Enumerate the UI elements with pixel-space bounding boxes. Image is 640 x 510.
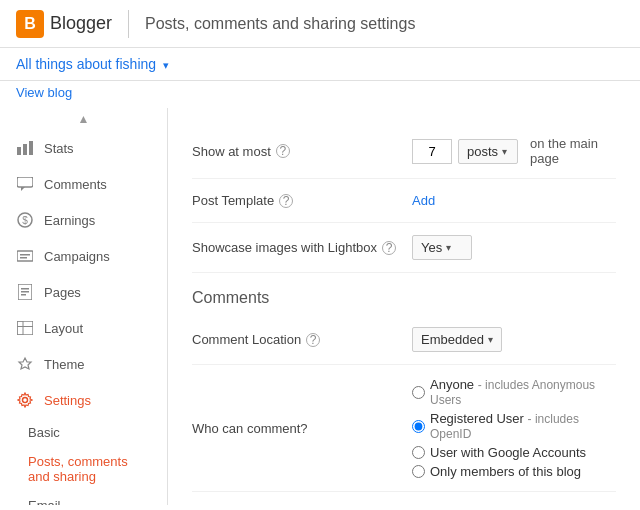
- app-header: B Blogger Posts, comments and sharing se…: [0, 0, 640, 48]
- post-template-help-icon[interactable]: ?: [279, 194, 293, 208]
- sidebar-item-layout[interactable]: Layout: [0, 310, 167, 346]
- show-at-most-help-icon[interactable]: ?: [276, 144, 290, 158]
- post-template-label: Post Template ?: [192, 193, 412, 208]
- sidebar-label-pages: Pages: [44, 285, 81, 300]
- sidebar-subitem-basic[interactable]: Basic: [0, 418, 167, 447]
- bar-chart-icon: [16, 139, 34, 157]
- svg-rect-12: [21, 294, 26, 296]
- show-at-most-label: Show at most ?: [192, 144, 412, 159]
- svg-rect-10: [21, 288, 29, 290]
- sidebar-label-settings: Settings: [44, 393, 91, 408]
- sidebar-item-stats[interactable]: Stats: [0, 130, 167, 166]
- posts-unit-dropdown[interactable]: posts ▾: [458, 139, 518, 164]
- sidebar-item-comments[interactable]: Comments: [0, 166, 167, 202]
- sidebar-label-earnings: Earnings: [44, 213, 95, 228]
- radio-item-members: Only members of this blog: [412, 464, 616, 479]
- radio-item-registered: Registered User - includes OpenID: [412, 411, 616, 441]
- blogger-logo-icon: B: [16, 10, 44, 38]
- sidebar-label-campaigns: Campaigns: [44, 249, 110, 264]
- showcase-images-row: Showcase images with Lightbox ? Yes ▾: [192, 223, 616, 273]
- post-template-row: Post Template ? Add: [192, 179, 616, 223]
- showcase-images-dropdown[interactable]: Yes ▾: [412, 235, 472, 260]
- comment-icon: [16, 175, 34, 193]
- blog-name-link[interactable]: All things about fishing ▾: [16, 56, 169, 72]
- svg-point-16: [23, 398, 28, 403]
- radio-members[interactable]: [412, 465, 425, 478]
- svg-rect-11: [21, 291, 29, 293]
- theme-icon: [16, 355, 34, 373]
- comment-location-dropdown[interactable]: Embedded ▾: [412, 327, 502, 352]
- layout-icon: [16, 319, 34, 337]
- sidebar-label-stats: Stats: [44, 141, 74, 156]
- comments-section-heading: Comments: [192, 289, 616, 307]
- gear-icon: [16, 391, 34, 409]
- sidebar-label-comments: Comments: [44, 177, 107, 192]
- sidebar-item-settings[interactable]: Settings: [0, 382, 167, 418]
- who-can-comment-radio-group: Anyone - includes Anonymous Users Regist…: [412, 377, 616, 479]
- scroll-indicator: ▲: [0, 108, 167, 130]
- radio-members-label: Only members of this blog: [430, 464, 581, 479]
- svg-rect-0: [17, 147, 21, 155]
- sidebar-subitem-email[interactable]: Email: [0, 491, 167, 505]
- showcase-images-value: Yes ▾: [412, 235, 616, 260]
- radio-always-label: Always: [430, 504, 471, 505]
- svg-rect-3: [17, 177, 33, 187]
- radio-item-anyone: Anyone - includes Anonymous Users: [412, 377, 616, 407]
- sidebar-item-earnings[interactable]: $ Earnings: [0, 202, 167, 238]
- svg-rect-6: [17, 251, 33, 261]
- showcase-images-dropdown-arrow: ▾: [446, 242, 451, 253]
- showcase-images-help-icon[interactable]: ?: [382, 241, 396, 255]
- on-main-page-text: on the main page: [530, 136, 616, 166]
- sidebar-subitem-posts-comments-sharing[interactable]: Posts, comments and sharing: [0, 447, 167, 491]
- svg-rect-8: [20, 257, 27, 259]
- svg-rect-13: [17, 321, 33, 335]
- radio-google[interactable]: [412, 446, 425, 459]
- show-at-most-input[interactable]: [412, 139, 452, 164]
- svg-rect-1: [23, 144, 27, 155]
- comment-moderation-radio-group: Always Sometimes Never: [412, 504, 495, 505]
- blog-selector: All things about fishing ▾: [0, 48, 640, 81]
- sidebar-item-theme[interactable]: Theme: [0, 346, 167, 382]
- pages-icon: [16, 283, 34, 301]
- radio-google-label: User with Google Accounts: [430, 445, 586, 460]
- sidebar-item-pages[interactable]: Pages: [0, 274, 167, 310]
- who-can-comment-label: Who can comment?: [192, 421, 412, 436]
- showcase-images-label: Showcase images with Lightbox ?: [192, 240, 412, 255]
- header-divider: [128, 10, 129, 38]
- blogger-logo-text: Blogger: [50, 13, 112, 34]
- show-at-most-row: Show at most ? posts ▾ on the main page: [192, 124, 616, 179]
- radio-anyone-label: Anyone - includes Anonymous Users: [430, 377, 616, 407]
- post-template-value: Add: [412, 193, 616, 208]
- comment-location-help-icon[interactable]: ?: [306, 333, 320, 347]
- who-can-comment-value: Anyone - includes Anonymous Users Regist…: [412, 377, 616, 479]
- blog-dropdown-arrow: ▾: [160, 59, 169, 71]
- radio-registered-label: Registered User - includes OpenID: [430, 411, 616, 441]
- sidebar-item-campaigns[interactable]: Campaigns: [0, 238, 167, 274]
- radio-registered[interactable]: [412, 420, 425, 433]
- sidebar-label-theme: Theme: [44, 357, 84, 372]
- view-blog-link[interactable]: View blog: [16, 85, 72, 100]
- radio-item-google: User with Google Accounts: [412, 445, 616, 460]
- page-title: Posts, comments and sharing settings: [145, 15, 415, 33]
- comment-location-row: Comment Location ? Embedded ▾: [192, 315, 616, 365]
- view-blog-container: View blog: [0, 81, 640, 108]
- post-template-add-link[interactable]: Add: [412, 193, 435, 208]
- svg-text:$: $: [22, 215, 28, 226]
- sidebar: ▲ Stats Comments $ Earnings: [0, 108, 168, 505]
- svg-rect-7: [20, 254, 30, 256]
- svg-rect-14: [17, 321, 23, 335]
- svg-rect-2: [29, 141, 33, 155]
- radio-item-always: Always: [412, 504, 495, 505]
- sidebar-label-layout: Layout: [44, 321, 83, 336]
- comment-location-dropdown-arrow: ▾: [488, 334, 493, 345]
- comment-location-label: Comment Location ?: [192, 332, 412, 347]
- blogger-logo[interactable]: B Blogger: [16, 10, 112, 38]
- svg-rect-15: [17, 326, 33, 327]
- posts-unit-dropdown-arrow: ▾: [502, 146, 507, 157]
- show-at-most-value: posts ▾ on the main page: [412, 136, 616, 166]
- app-body: ▲ Stats Comments $ Earnings: [0, 108, 640, 505]
- comment-moderation-row: Comment Moderation ? Always Sometimes N: [192, 492, 616, 505]
- radio-anyone[interactable]: [412, 386, 425, 399]
- dollar-icon: $: [16, 211, 34, 229]
- comment-location-value: Embedded ▾: [412, 327, 616, 352]
